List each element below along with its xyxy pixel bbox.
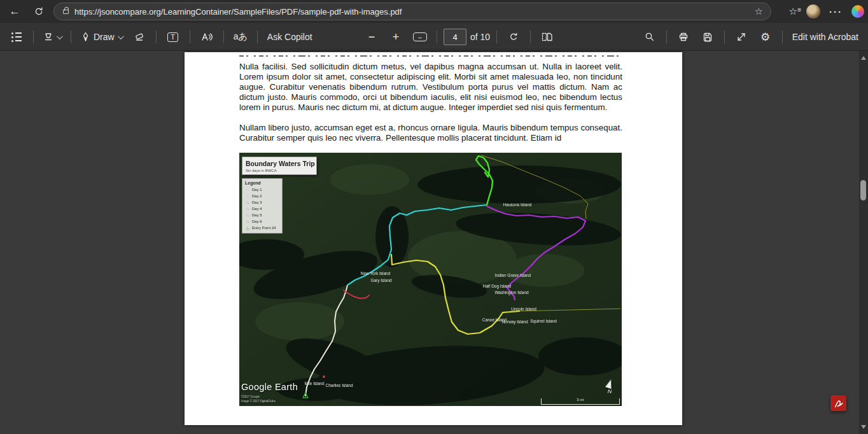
rotate-icon (508, 32, 519, 42)
ask-copilot-button[interactable]: Ask Copilot (264, 27, 316, 47)
scale-bar: 3 mi (541, 398, 620, 405)
map-attribution: ©2017 Google Image © 2017 DigitalGlobe (241, 395, 276, 403)
day6-icon: ∴ (245, 220, 250, 224)
gear-icon: ⚙ (760, 32, 770, 43)
ask-copilot-label: Ask Copilot (267, 32, 312, 42)
island-label: Half Dog Island (483, 284, 512, 289)
map-subtitle: Six days in BWCA (246, 169, 313, 172)
island-label: Norway Island (501, 319, 528, 325)
eraser-icon (134, 32, 144, 42)
lock-icon[interactable] (63, 10, 69, 14)
map-legend: Legend ∴Day 1 ∴Day 2 ∴Day 3 ∴Day 4 ∴Day … (242, 178, 283, 234)
map-title: Boundary Waters Trip (246, 160, 313, 167)
paragraph: Nulla facilisi. Sed sollicitudin dictum … (239, 62, 622, 113)
map-figure: New York Island Gary Island Hausons Isla… (239, 153, 622, 406)
erase-button[interactable] (129, 27, 150, 47)
highlighter-icon (43, 32, 53, 42)
north-arrow-icon (605, 379, 614, 389)
save-button[interactable] (697, 27, 718, 47)
translate-icon: aあ (234, 31, 248, 43)
text-icon: T (167, 32, 178, 42)
draw-label: Draw (94, 32, 115, 42)
toc-icon (11, 32, 22, 42)
clipped-text-line (239, 53, 622, 57)
chevron-down-icon (118, 33, 124, 39)
chevron-down-icon (57, 33, 63, 39)
scroll-up-arrow[interactable] (861, 56, 866, 60)
google-earth-logo: Google Earth (241, 382, 298, 392)
page-view-button[interactable] (537, 27, 557, 47)
day5-icon: ∴ (245, 213, 250, 218)
fit-width-icon: ↔ (413, 32, 427, 41)
island-label: Lincoln Island (511, 307, 536, 311)
island-label: Mile Island (304, 381, 324, 386)
read-aloud-button[interactable] (197, 27, 217, 47)
pdf-viewer[interactable]: Nulla facilisi. Sed sollicitudin dictum … (0, 51, 868, 434)
address-bar[interactable]: https://jsoncompare.org/LearningContaine… (53, 3, 771, 20)
day2-icon: ∴ (245, 194, 250, 199)
scrollbar-thumb[interactable] (860, 180, 866, 200)
fullscreen-button[interactable] (731, 27, 752, 47)
favorite-star-icon[interactable]: ☆ (755, 6, 763, 17)
satellite-map: New York Island Gary Island Hausons Isla… (239, 153, 622, 406)
print-button[interactable] (673, 27, 694, 47)
edge-window: ← https://jsoncompare.org/LearningContai… (0, 0, 868, 434)
legend-title: Legend (245, 181, 279, 185)
map-title-box: Boundary Waters Trip Six days in BWCA (242, 157, 317, 175)
back-button[interactable]: ← (5, 2, 24, 21)
island-label: Charlies Island (326, 383, 353, 388)
rotate-button[interactable] (503, 27, 524, 47)
draw-button[interactable]: Draw (78, 27, 125, 47)
search-icon (645, 32, 655, 42)
scale-label: 3 mi (542, 398, 619, 402)
search-button[interactable] (640, 27, 660, 47)
zoom-in-button[interactable]: + (386, 27, 406, 47)
zoom-out-button[interactable]: − (361, 27, 382, 47)
print-icon (678, 32, 689, 42)
pen-icon (81, 32, 90, 42)
pdf-page: Nulla facilisi. Sed sollicitudin dictum … (185, 52, 682, 425)
paragraph: Nullam libero justo, accumsan eget est a… (239, 123, 622, 143)
save-icon (703, 32, 713, 42)
island-label: Gary Island (370, 278, 392, 283)
acrobat-floating-button[interactable] (830, 395, 846, 411)
island-label: Washington Island (494, 290, 529, 295)
island-label: Squirrel Island (530, 319, 557, 324)
edit-with-acrobat-button[interactable]: Edit with Acrobat (789, 27, 862, 47)
table-of-contents-button[interactable] (6, 27, 27, 47)
url-text[interactable]: https://jsoncompare.org/LearningContaine… (74, 7, 755, 17)
fullscreen-icon (736, 32, 746, 42)
page-total-label: of 10 (470, 32, 490, 42)
north-indicator: N (606, 379, 613, 395)
browser-chrome: ← https://jsoncompare.org/LearningContai… (0, 0, 868, 23)
favorites-bar-icon[interactable]: ☆ (789, 6, 797, 17)
vertical-scrollbar[interactable] (859, 51, 868, 434)
add-text-button[interactable]: T (163, 27, 183, 47)
acrobat-icon (833, 398, 844, 409)
island-label: Indian Grave Island (495, 273, 531, 277)
pdf-toolbar: Draw T aあ Ask Copi (0, 23, 868, 51)
highlight-button[interactable] (40, 27, 64, 47)
page-number-input[interactable] (444, 29, 466, 45)
settings-button[interactable]: ⚙ (755, 27, 776, 47)
day1-icon: ∴ (245, 188, 250, 192)
entry-point-icon: △ (245, 226, 250, 230)
day3-icon: ∴ (245, 200, 250, 205)
page-view-icon (542, 32, 553, 42)
copilot-icon[interactable] (851, 5, 864, 18)
island-label: New York Island (361, 271, 391, 276)
translate-button[interactable]: aあ (230, 27, 251, 47)
island-label: Hausons Island (503, 202, 532, 207)
more-menu-icon[interactable]: ··· (829, 6, 843, 17)
campsite-marker (323, 375, 325, 378)
profile-avatar[interactable] (806, 4, 820, 18)
scroll-down-arrow[interactable] (861, 425, 866, 429)
fit-to-width-button[interactable]: ↔ (410, 27, 430, 47)
read-aloud-icon (201, 32, 213, 42)
refresh-button[interactable] (29, 2, 48, 21)
edit-acrobat-label: Edit with Acrobat (792, 32, 858, 42)
day4-icon: ∴ (245, 207, 250, 211)
